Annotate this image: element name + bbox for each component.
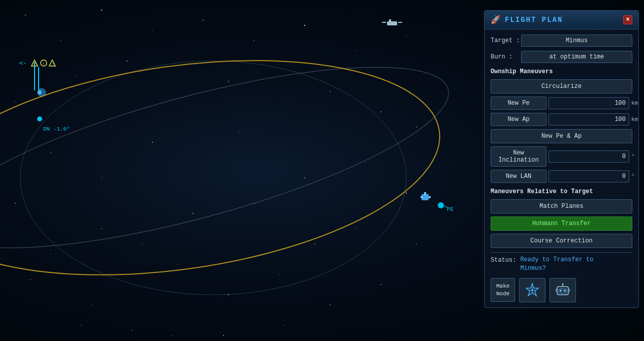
new-lan-input[interactable] [549,170,629,182]
burn-row: Burn : at optimum time [491,51,632,63]
new-inclination-input[interactable] [549,150,629,163]
svg-point-81 [562,283,564,285]
maneuver-icon [525,283,540,298]
svg-point-22 [406,193,407,194]
new-inclination-row: New Inclination ° [491,146,632,167]
svg-point-21 [355,228,356,229]
svg-text:!: ! [34,61,37,66]
svg-point-23 [50,254,51,254]
svg-point-2 [101,10,102,11]
dn-label: DN -1.0° [43,126,70,132]
svg-point-8 [228,81,229,82]
flight-plan-panel: 🚀 FLIGHT PLAN × Target : Minmus Burn : a… [484,10,639,308]
svg-text:!: ! [52,61,54,66]
svg-rect-60 [398,22,402,23]
svg-point-18 [203,162,203,163]
svg-rect-58 [387,21,397,25]
svg-point-29 [380,284,381,285]
new-pe-row: New Pe km [491,97,632,110]
svg-point-27 [279,274,279,274]
svg-point-5 [76,76,77,77]
svg-point-43 [284,325,284,325]
new-pe-button[interactable]: New Pe [491,97,546,110]
close-button[interactable]: × [623,15,632,24]
svg-point-36 [314,243,315,244]
svg-point-78 [560,290,562,292]
new-lan-unit: ° [631,173,635,179]
svg-point-25 [177,264,178,265]
svg-point-9 [253,40,254,41]
svg-rect-56 [429,196,431,198]
svg-point-15 [50,152,51,153]
new-ap-unit: km [631,116,638,122]
status-text: Ready to Transfer toMinmus? [520,256,593,273]
panel-header: 🚀 FLIGHT PLAN × [485,11,638,29]
make-node-button[interactable]: MakeNode [491,278,515,302]
svg-point-28 [330,304,331,305]
new-inclination-unit: ° [631,153,635,160]
svg-text:!: ! [42,61,45,66]
svg-point-32 [15,101,15,102]
circularize-button[interactable]: Circularize [491,79,632,94]
course-correction-button[interactable]: Course Correction [491,234,632,248]
svg-point-30 [91,304,92,305]
svg-point-24 [101,228,102,229]
target-label: Target : [491,37,521,44]
svg-point-0 [25,15,26,16]
svg-point-13 [380,111,381,112]
svg-point-31 [15,203,16,204]
new-pe-input[interactable] [549,97,629,109]
svg-point-37 [238,132,239,133]
new-lan-button[interactable]: New LAN [491,170,546,183]
svg-point-71 [38,90,42,95]
svg-point-10 [304,25,305,26]
svg-rect-83 [568,289,570,292]
svg-point-44 [223,335,224,336]
new-inclination-button[interactable]: New Inclination [491,146,546,167]
panel-header-left: 🚀 FLIGHT PLAN [491,15,563,25]
hohmann-transfer-button[interactable]: Hohmann Transfer [491,216,632,231]
new-pe-ap-button[interactable]: New Pe & Ap [491,129,632,143]
svg-point-17 [152,142,153,143]
relative-section-title: Maneuvers Relative to Target [491,188,632,195]
svg-point-49 [0,30,464,285]
status-area: Status: Ready to Transfer toMinmus? [491,252,632,273]
svg-point-38 [192,213,194,214]
svg-rect-55 [421,196,423,198]
svg-point-48 [20,61,406,295]
svg-point-34 [416,243,417,244]
svg-point-79 [564,290,566,292]
stars-layer [15,10,417,336]
status-label: Status: [491,256,516,264]
new-ap-input[interactable] [549,113,629,126]
burn-label: Burn : [491,53,521,60]
svg-point-7 [177,101,178,102]
svg-point-50 [0,30,454,305]
svg-point-1 [60,40,61,41]
burn-value-button[interactable]: at optimum time [521,51,632,63]
ownship-section-title: Ownship Maneuvers [491,68,632,75]
new-lan-row: New LAN ° [491,170,632,183]
rocket-icon: 🚀 [491,15,501,25]
match-planes-button[interactable]: Match Planes [491,199,632,213]
svg-rect-59 [389,19,391,22]
svg-point-75 [531,289,533,291]
pilot-icon-button[interactable] [550,278,576,302]
svg-point-3 [152,30,152,30]
svg-point-39 [142,243,142,244]
svg-point-12 [355,50,356,51]
pilot-icon [555,283,570,298]
svg-point-35 [365,162,366,163]
maneuver-icon-button[interactable] [519,278,545,302]
new-ap-button[interactable]: New Ap [491,113,546,126]
svg-point-4 [203,20,204,21]
svg-point-40 [30,279,31,280]
target-value-button[interactable]: Minmus [521,35,632,47]
panel-body: Target : Minmus Burn : at optimum time O… [485,29,638,307]
svg-text:<-: <- [19,59,26,67]
svg-point-16 [101,177,102,178]
target-row: Target : Minmus [491,35,632,47]
svg-rect-61 [382,22,386,23]
new-pe-unit: km [631,100,638,106]
svg-point-14 [406,35,407,36]
